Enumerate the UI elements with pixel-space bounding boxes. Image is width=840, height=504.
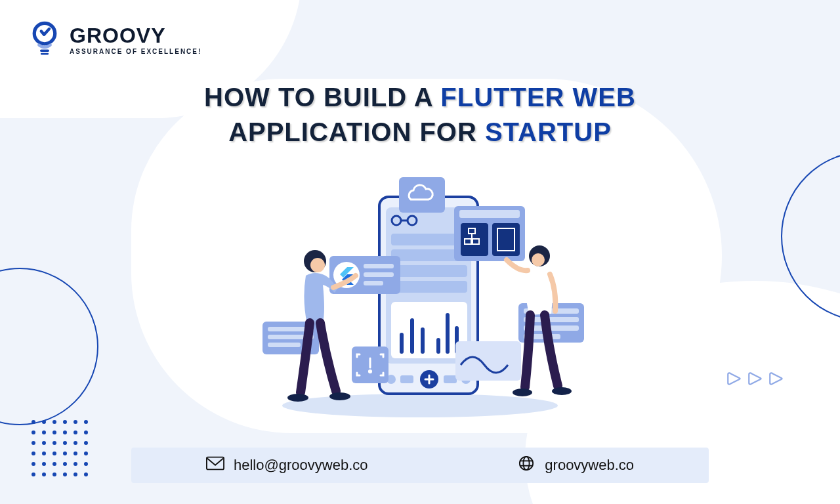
svg-point-65 [524,457,530,470]
title-part-1: HOW TO BUILD A [204,83,440,112]
contact-website: groovyweb.co [517,455,634,475]
svg-rect-40 [364,272,394,277]
brand-logo: GROOVY ASSURANCE OF EXCELLENCE! [26,20,201,59]
dot-pattern-bottom-right [710,465,808,476]
svg-rect-29 [459,210,520,218]
dot-pattern-bottom-left [32,420,88,476]
svg-rect-27 [399,177,445,213]
svg-rect-1 [40,50,49,52]
brand-tagline: ASSURANCE OF EXCELLENCE! [70,48,201,55]
svg-point-56 [310,258,325,272]
svg-point-61 [513,388,532,396]
title-part-3: APPLICATION FOR [228,117,485,146]
svg-point-54 [369,370,371,372]
svg-rect-39 [364,264,394,268]
email-text: hello@groovyweb.co [234,457,368,474]
svg-rect-2 [41,53,49,55]
svg-rect-25 [444,375,457,383]
brand-name: GROOVY [70,24,201,48]
title-part-4: STARTUP [485,117,612,146]
svg-rect-45 [268,343,301,347]
svg-rect-12 [391,281,467,293]
svg-rect-11 [391,265,467,277]
contact-bar: hello@groovyweb.co groovyweb.co [131,448,709,483]
svg-rect-21 [400,375,413,383]
svg-point-60 [532,253,545,266]
lightbulb-icon [26,20,63,59]
bg-arc-left [0,268,98,425]
svg-point-62 [552,387,572,395]
svg-point-58 [329,392,350,400]
svg-point-57 [287,394,308,402]
svg-rect-41 [364,281,383,285]
title-part-2: FLUTTER WEB [440,83,636,112]
svg-rect-63 [207,457,224,470]
contact-email: hello@groovyweb.co [206,455,368,475]
page-title: HOW TO BUILD A FLUTTER WEB APPLICATION F… [0,83,840,147]
globe-icon [517,455,536,475]
mail-icon [206,455,224,475]
svg-point-64 [520,457,533,470]
svg-point-3 [282,394,558,417]
dot-pattern-top-right [710,24,808,35]
play-icons [726,370,785,387]
hero-illustration [249,177,591,420]
website-text: groovyweb.co [545,457,634,474]
